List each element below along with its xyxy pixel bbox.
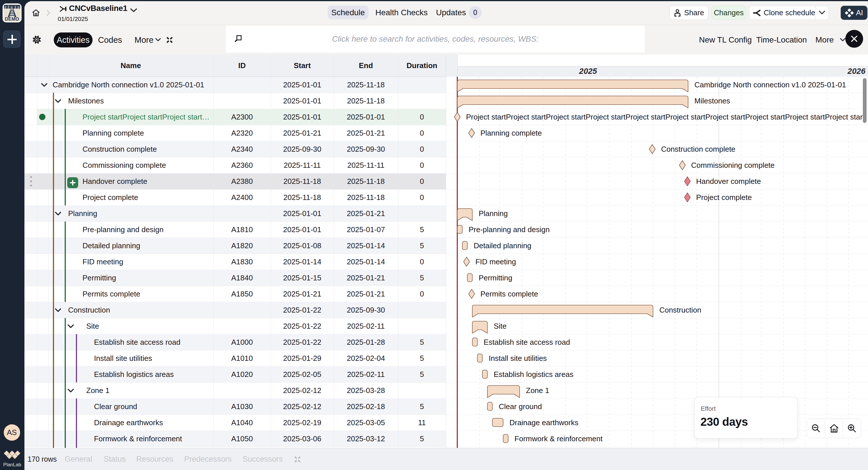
svg-text:FID meeting: FID meeting <box>475 257 516 266</box>
svg-text:Construction complete: Construction complete <box>661 145 736 153</box>
svg-text:Clear ground: Clear ground <box>499 402 542 411</box>
svg-text:Site: Site <box>494 322 507 331</box>
svg-text:Construction: Construction <box>659 306 701 314</box>
svg-text:Cambridge North connection v1.: Cambridge North connection v1.0 2025-01-… <box>694 81 846 89</box>
svg-text:Establish logistics areas: Establish logistics areas <box>494 370 574 379</box>
svg-text:Drainage earthworks: Drainage earthworks <box>509 418 579 427</box>
svg-text:Handover complete: Handover complete <box>696 177 761 186</box>
svg-text:Install site utilities: Install site utilities <box>489 354 547 363</box>
svg-text:Establish site access road: Establish site access road <box>484 338 570 346</box>
svg-text:Permitting: Permitting <box>478 274 512 282</box>
svg-text:Milestones: Milestones <box>694 97 730 105</box>
svg-text:Permits complete: Permits complete <box>480 290 538 298</box>
svg-text:Detailed planning: Detailed planning <box>474 241 531 250</box>
svg-text:Commissioning complete: Commissioning complete <box>691 161 775 169</box>
svg-text:Zone 1: Zone 1 <box>526 386 549 395</box>
svg-text:Formwork & reinforcement: Formwork & reinforcement <box>515 434 603 443</box>
svg-text:Pre-planning and design: Pre-planning and design <box>469 225 550 234</box>
svg-text:Planning: Planning <box>478 209 507 218</box>
svg-text:Project complete: Project complete <box>696 193 752 202</box>
svg-text:Planning complete: Planning complete <box>480 129 542 137</box>
svg-text:Project startProject startProj: Project startProject startProject startP… <box>466 113 865 121</box>
svg-text:DEMO: DEMO <box>5 17 19 22</box>
